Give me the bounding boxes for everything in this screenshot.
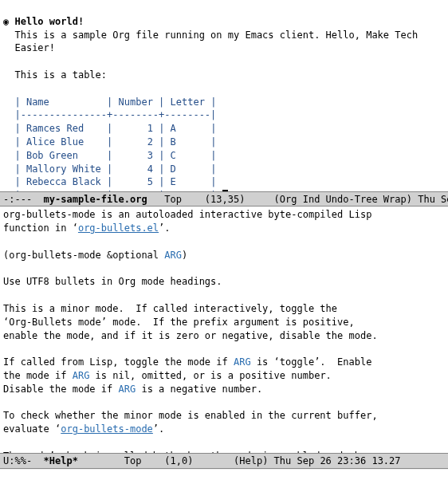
modeline-modes: (Org Ind Undo-Tree Wrap) <box>274 194 412 205</box>
modeline-modes: (Help) <box>234 455 268 466</box>
help-arg: ARG <box>73 370 90 381</box>
help-link-variable[interactable]: org-bullets-mode <box>61 423 153 435</box>
help-paragraph-5b: evaluate ‘ <box>3 423 61 435</box>
org-intro-line2: Easier! <box>14 42 55 53</box>
org-heading-1: Hello world! <box>14 16 84 27</box>
help-paragraph-5c: ’. <box>153 423 164 435</box>
modeline-time: Thu Sep 26 23:36 13.27 <box>268 455 400 466</box>
modeline-buffer-name: *Help* <box>44 455 78 466</box>
org-buffer[interactable]: ◉ Hello world! This is a sample Org file… <box>0 0 448 191</box>
help-paragraph-3c: enable the mode, and if it is zero or ne… <box>3 330 378 341</box>
org-bullet-level1: ◉ <box>3 16 9 27</box>
help-paragraph-1c: ’. <box>159 222 170 234</box>
help-paragraph-5a: To check whether the minor mode is enabl… <box>3 410 378 421</box>
help-paragraph-4d: is nil, omitted, or is a positive number… <box>89 370 331 381</box>
table-row: | Rebecca Black | 5 | E | <box>3 176 216 187</box>
org-table-intro: This is a table: <box>14 69 107 81</box>
help-paragraph-3b: ‘Org-Bullets mode’ mode. If the prefix a… <box>3 317 355 328</box>
help-paragraph-4f: is a negative number. <box>136 384 262 395</box>
table-row: | Bob Green | 3 | C | <box>3 150 216 161</box>
help-signature-b: ) <box>182 250 187 261</box>
help-paragraph-4e: Disable the mode if <box>3 384 119 395</box>
help-signature-a: (org-bullets-mode &optional <box>3 250 164 261</box>
org-table-rule: |---------------+--------+--------| <box>3 109 216 120</box>
modeline-position: Top (13,35) <box>147 194 274 205</box>
help-paragraph-1a: org-bullets-mode is an autoloaded intera… <box>3 209 371 220</box>
help-paragraph-4c: the mode if <box>3 370 73 381</box>
table-row: | Mallory White | 4 | D | <box>3 163 216 175</box>
org-table-header: | Name | Number | Letter | <box>3 96 216 108</box>
minibuffer[interactable] <box>0 469 448 484</box>
help-paragraph-1b: function in ‘ <box>3 222 78 234</box>
table-row: | Ramces Red | 1 | A | <box>3 123 216 134</box>
help-arg: ARG <box>119 384 136 395</box>
help-paragraph-4b: is ‘toggle’. Enable <box>251 356 372 368</box>
help-arg: ARG <box>164 250 182 261</box>
table-row: | Alice Blue | 2 | B | <box>3 136 216 148</box>
modeline-buffer-name: my-sample-file.org <box>44 194 147 205</box>
help-buffer[interactable]: org-bullets-mode is an autoloaded intera… <box>0 207 448 453</box>
modeline-lower[interactable]: U:%%- *Help* Top (1,0) (Help) Thu Sep 26… <box>0 453 448 468</box>
help-paragraph-3a: This is a minor mode. If called interact… <box>3 303 337 314</box>
modeline-position: Top (1,0) <box>78 455 234 466</box>
help-arg: ARG <box>234 356 251 368</box>
modeline-status: U:%%- <box>3 455 44 466</box>
modeline-upper[interactable]: -:--- my-sample-file.org Top (13,35) (Or… <box>0 191 448 207</box>
help-paragraph-2: Use UTF8 bullets in Org mode headings. <box>3 276 222 287</box>
modeline-time: Thu Sep 2 <box>412 194 448 205</box>
emacs-frame: ◉ Hello world! This is a sample Org file… <box>0 0 448 484</box>
modeline-status: -:--- <box>3 194 44 205</box>
org-intro-line1: This is a sample Org file running on my … <box>14 30 418 41</box>
help-paragraph-4a: If called from Lisp, toggle the mode if <box>3 356 234 368</box>
help-link-source-file[interactable]: org-bullets.el <box>78 222 159 234</box>
